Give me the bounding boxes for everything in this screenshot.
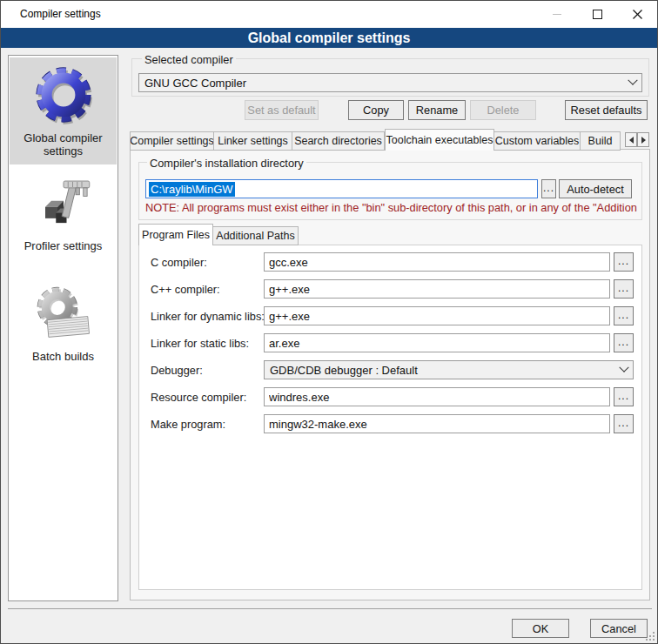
c-compiler-label: C compiler:: [151, 256, 207, 269]
cpp-compiler-browse-button[interactable]: ...: [614, 279, 634, 299]
close-button[interactable]: [617, 1, 657, 28]
compiler-select[interactable]: GNU GCC Compiler: [138, 73, 642, 92]
sidebar-label-line1: Global compiler: [10, 131, 117, 144]
cancel-label: Cancel: [601, 622, 636, 635]
make-program-browse-button[interactable]: ...: [614, 414, 634, 433]
titlebar: Compiler settings: [1, 1, 657, 28]
debugger-select[interactable]: GDB/CDB debugger : Default: [264, 360, 634, 379]
minimize-button[interactable]: [537, 1, 577, 28]
copy-button[interactable]: Copy: [348, 100, 404, 120]
selected-compiler-group-label: Selected compiler: [142, 53, 236, 66]
sidebar-item-global-compiler-settings[interactable]: Global compiler settings: [10, 57, 117, 164]
resource-compiler-browse-button[interactable]: ...: [614, 387, 634, 406]
auto-detect-button[interactable]: Auto-detect: [559, 179, 632, 198]
arrow-right-icon: [641, 137, 646, 144]
ellipsis-icon: ...: [618, 417, 629, 429]
make-program-label: Make program:: [151, 418, 225, 431]
settings-tabstrip: Compiler settings Linker settings Search…: [130, 129, 624, 151]
ellipsis-icon: ...: [618, 255, 629, 267]
static-linker-label: Linker for static libs:: [151, 337, 249, 350]
delete-button[interactable]: Delete: [470, 100, 536, 120]
install-dir-selected-text: C:\raylib\MinGW: [149, 182, 235, 197]
tab-build-options[interactable]: Build: [581, 131, 621, 151]
static-linker-browse-button[interactable]: ...: [614, 333, 634, 352]
make-program-input[interactable]: [264, 414, 610, 433]
ok-button[interactable]: OK: [512, 619, 569, 638]
tab-compiler-settings[interactable]: Compiler settings: [130, 131, 214, 151]
reset-defaults-button[interactable]: Reset defaults: [565, 100, 648, 120]
tab-custom-variables[interactable]: Custom variables: [494, 131, 581, 151]
debugger-label: Debugger:: [151, 364, 203, 377]
window-title: Compiler settings: [20, 8, 101, 20]
sidebar-label: Batch builds: [10, 350, 117, 363]
set-as-default-label: Set as default: [247, 104, 315, 117]
compiler-select-value: GNU GCC Compiler: [144, 77, 629, 90]
subtab-label: Additional Paths: [216, 230, 294, 242]
resource-compiler-label: Resource compiler:: [151, 391, 246, 404]
c-compiler-input[interactable]: [264, 252, 610, 272]
cancel-button[interactable]: Cancel: [590, 619, 648, 638]
sidebar: Global compiler settings Profiler settin…: [8, 55, 118, 601]
tab-scroll-right-button[interactable]: [637, 132, 649, 147]
tab-label: Linker settings: [218, 135, 288, 147]
program-files-tabstrip: Program Files Additional Paths: [138, 224, 299, 245]
maximize-icon: [593, 10, 602, 19]
blue-gear-icon: [31, 62, 96, 128]
tab-toolchain-executables[interactable]: Toolchain executables: [385, 129, 494, 151]
banner-title: Global compiler settings: [248, 30, 411, 46]
ellipsis-icon: ...: [618, 282, 629, 294]
delete-label: Delete: [487, 104, 520, 117]
tab-label: Compiler settings: [130, 135, 214, 147]
tab-linker-settings[interactable]: Linker settings: [214, 131, 292, 151]
ellipsis-icon: ...: [618, 309, 629, 321]
sidebar-label-line2: settings: [10, 144, 117, 158]
arrow-left-icon: [629, 137, 634, 144]
gear-stack-icon: [32, 284, 95, 346]
close-icon: [633, 10, 642, 19]
tab-scroll-left-button[interactable]: [625, 132, 637, 147]
c-compiler-browse-button[interactable]: ...: [614, 252, 634, 272]
static-linker-input[interactable]: [264, 333, 610, 352]
dynamic-linker-label: Linker for dynamic libs:: [151, 310, 265, 323]
cpp-compiler-label: C++ compiler:: [151, 283, 220, 296]
install-dir-input[interactable]: C:\raylib\MinGW: [145, 179, 538, 198]
reset-defaults-label: Reset defaults: [571, 104, 642, 117]
maximize-button[interactable]: [577, 1, 617, 28]
subtab-program-files[interactable]: Program Files: [138, 224, 213, 245]
install-dir-note: NOTE: All programs must exist either in …: [145, 201, 637, 214]
caliper-icon: [32, 175, 95, 236]
cpp-compiler-input[interactable]: [264, 279, 610, 299]
install-dir-group-label: Compiler's installation directory: [147, 157, 306, 170]
debugger-select-value: GDB/CDB debugger : Default: [270, 364, 621, 377]
chevron-down-icon: [628, 76, 637, 85]
set-as-default-button[interactable]: Set as default: [245, 100, 319, 120]
ok-label: OK: [533, 622, 549, 635]
ellipsis-icon: ...: [618, 390, 629, 402]
banner: Global compiler settings: [1, 28, 657, 48]
tab-label: Toolchain executables: [386, 134, 494, 146]
copy-label: Copy: [363, 104, 389, 117]
tab-label: Custom variables: [495, 135, 580, 147]
dynamic-linker-browse-button[interactable]: ...: [614, 306, 634, 325]
rename-button[interactable]: Rename: [408, 100, 466, 120]
dynamic-linker-input[interactable]: [264, 306, 610, 325]
sidebar-item-batch-builds[interactable]: Batch builds: [10, 280, 117, 368]
sidebar-item-profiler-settings[interactable]: Profiler settings: [10, 171, 117, 258]
auto-detect-label: Auto-detect: [567, 183, 623, 196]
install-dir-browse-button[interactable]: ...: [541, 179, 556, 198]
subtab-additional-paths[interactable]: Additional Paths: [213, 226, 299, 245]
sidebar-label: Profiler settings: [10, 239, 117, 252]
tab-search-directories[interactable]: Search directories: [292, 131, 385, 151]
minimize-icon: [553, 14, 561, 15]
tab-label: Search directories: [294, 135, 382, 147]
resource-compiler-input[interactable]: [264, 387, 610, 406]
chevron-down-icon: [619, 363, 628, 372]
footer-divider: [8, 608, 652, 609]
ellipsis-icon: ...: [543, 182, 554, 194]
subtab-label: Program Files: [142, 229, 210, 241]
tab-label: Build: [588, 135, 613, 147]
compiler-settings-dialog: Compiler settings Global compiler settin…: [0, 0, 658, 644]
resize-grip[interactable]: [645, 631, 655, 641]
rename-label: Rename: [416, 104, 458, 117]
ellipsis-icon: ...: [618, 336, 629, 348]
